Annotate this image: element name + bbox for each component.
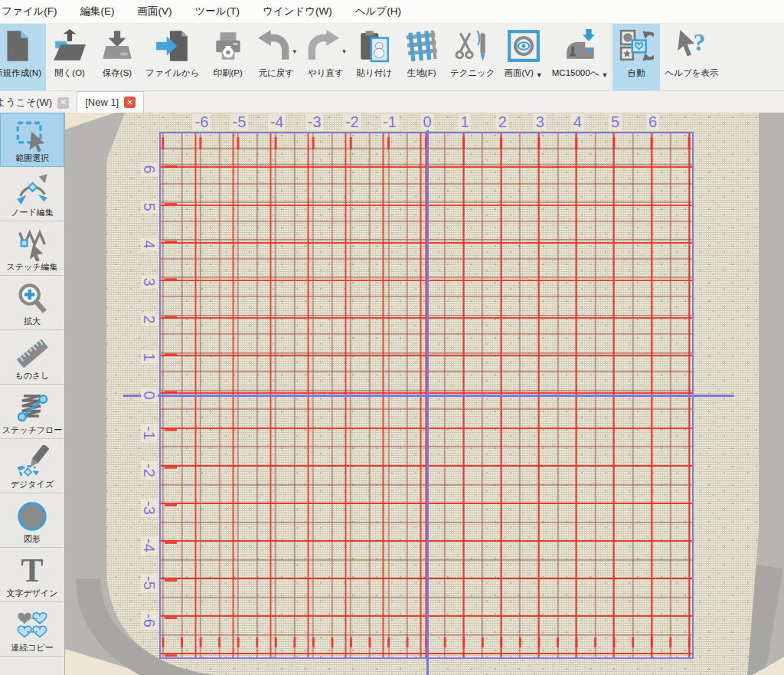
toolbar-button-label: 新規作成(N) bbox=[0, 67, 41, 79]
toolbar-button-machine[interactable]: MC15000へ ▼ bbox=[547, 24, 613, 90]
toolbar-button-label: 画面(V) ▼ bbox=[505, 67, 543, 79]
toolbar-button-label-text: ヘルプを表示 bbox=[665, 67, 718, 79]
sidebar-tool-icon bbox=[15, 391, 49, 424]
close-tab-icon[interactable]: ✕ bbox=[57, 97, 69, 109]
toolbar-button-label-text: テクニック bbox=[450, 67, 495, 79]
application-window: ファイル(F)編集(E)画面(V)ツール(T)ウインドウ(W)ヘルプ(H) 新規… bbox=[0, 0, 784, 675]
toolbar-button-icon-row: ▾ bbox=[256, 26, 297, 66]
sidebar-tool-stitch-edit[interactable]: ステッチ編集 bbox=[0, 221, 64, 276]
sidebar-tool-icon bbox=[15, 608, 49, 642]
toolbar-button-undo[interactable]: ▾ 元に戻す bbox=[252, 24, 302, 90]
dropdown-arrow-icon[interactable]: ▼ bbox=[601, 71, 608, 79]
tab-label: [New 1] bbox=[85, 97, 119, 108]
sidebar-tool-repeat-copy[interactable]: 連続コピー bbox=[0, 602, 64, 657]
toolbar-button-save[interactable]: 保存(S) bbox=[93, 24, 141, 90]
toolbar-button-label-text: やり直す bbox=[308, 67, 344, 79]
toolbar-button-help[interactable]: ? ヘルプを表示 bbox=[660, 24, 723, 90]
toolbar-button-label: 保存(S) bbox=[103, 67, 132, 79]
toolbar-button-redo[interactable]: ▾ やり直す bbox=[301, 24, 351, 90]
menu-item[interactable]: 編集(E) bbox=[69, 0, 126, 23]
toolbar-button-open-folder[interactable]: 開く(O) bbox=[46, 24, 93, 90]
tool-sidebar: 範囲選択 ノード編集 ステッチ編集 拡大 ものさし ステッチフロー デジタイズ bbox=[0, 113, 65, 675]
sidebar-tool-zoom-in[interactable]: 拡大 bbox=[0, 276, 64, 330]
toolbar-button-label-text: 元に戻す bbox=[259, 67, 295, 79]
close-tab-icon[interactable]: ✕ bbox=[124, 97, 136, 108]
toolbar-button-label: 印刷(P) bbox=[213, 67, 242, 79]
toolbar-button-technique[interactable]: テクニック bbox=[446, 24, 500, 90]
toolbar-button-label: 元に戻す bbox=[259, 67, 295, 79]
toolbar-button-print[interactable]: 印刷(P) bbox=[204, 24, 252, 90]
sidebar-tool-label: 拡大 bbox=[24, 316, 41, 327]
toolbar-button-label-text: 自動 bbox=[628, 67, 645, 79]
menu-bar: ファイル(F)編集(E)画面(V)ツール(T)ウインドウ(W)ヘルプ(H) bbox=[0, 0, 784, 24]
toolbar-button-icon-row: ▾ bbox=[305, 26, 346, 66]
sidebar-tool-label: デジタイズ bbox=[11, 479, 54, 490]
toolbar-button-view[interactable]: 画面(V) ▼ bbox=[500, 24, 547, 90]
design-canvas[interactable]: -6-5-4-3-2-101234566543210-1-2-3-4-5-6 bbox=[65, 113, 784, 675]
toolbar-button-icon-row bbox=[155, 26, 190, 66]
toolbar-button-icon-row bbox=[619, 26, 654, 66]
toolbar-button-auto[interactable]: 自動 bbox=[612, 24, 660, 90]
toolbar-button-icon-row bbox=[0, 26, 35, 66]
sidebar-tool-label: 範囲選択 bbox=[15, 152, 49, 164]
toolbar-button-icon-row bbox=[211, 26, 246, 66]
tab-label: ようこそ(W) bbox=[0, 96, 52, 110]
toolbar-button-icon-row bbox=[357, 26, 392, 66]
main-area: 範囲選択 ノード編集 ステッチ編集 拡大 ものさし ステッチフロー デジタイズ bbox=[0, 113, 784, 675]
sidebar-tool-icon bbox=[15, 336, 49, 370]
sidebar-tool-label: 連続コピー bbox=[11, 642, 54, 654]
sidebar-tool-label: 文字デザイン bbox=[6, 588, 57, 599]
sidebar-tool-icon bbox=[15, 228, 49, 261]
menu-item[interactable]: 画面(V) bbox=[126, 0, 184, 23]
sidebar-tool-node-edit[interactable]: ノード編集 bbox=[0, 167, 64, 221]
sidebar-tool-range-select[interactable]: 範囲選択 bbox=[0, 113, 64, 167]
dropdown-arrow-icon[interactable]: ▼ bbox=[536, 71, 543, 79]
toolbar-button-label: ヘルプを表示 bbox=[665, 67, 718, 79]
toolbar-button-label-text: 開く(O) bbox=[54, 67, 85, 79]
toolbar-button-icon bbox=[619, 28, 654, 64]
toolbar-button-label: テクニック bbox=[450, 67, 495, 79]
toolbar-button-label: やり直す bbox=[308, 67, 344, 79]
toolbar-button-icon-row bbox=[563, 26, 598, 66]
toolbar-button-icon bbox=[455, 28, 490, 64]
toolbar-button-icon-row bbox=[52, 26, 87, 66]
vertical-axis-line bbox=[426, 116, 429, 675]
sidebar-tool-label: 図形 bbox=[24, 533, 41, 545]
toolbar-button-icon bbox=[256, 28, 292, 64]
toolbar-button-label-text: MC15000へ bbox=[552, 67, 599, 79]
toolbar-button-label: 開く(O) bbox=[54, 67, 85, 79]
toolbar-button-paste[interactable]: 貼り付け bbox=[351, 24, 398, 90]
sidebar-tool-icon bbox=[15, 282, 49, 316]
toolbar-button-icon-row: ? bbox=[674, 26, 709, 66]
toolbar-button-fabric[interactable]: 生地(F) bbox=[398, 24, 446, 90]
toolbar-button-icon bbox=[404, 28, 439, 64]
sidebar-tool-icon bbox=[15, 119, 49, 152]
menu-item[interactable]: ヘルプ(H) bbox=[344, 0, 413, 23]
svg-text:T: T bbox=[21, 554, 43, 588]
sidebar-tool-shape[interactable]: 図形 bbox=[0, 493, 64, 548]
sidebar-tool-icon bbox=[15, 173, 49, 207]
dropdown-arrow-icon[interactable]: ▾ bbox=[293, 48, 297, 55]
sidebar-tool-digitize[interactable]: デジタイズ bbox=[0, 439, 64, 493]
toolbar-button-label-text: 印刷(P) bbox=[213, 67, 242, 79]
toolbar-button-insert-file[interactable]: ファイルから bbox=[141, 24, 204, 90]
dropdown-arrow-icon[interactable]: ▾ bbox=[342, 48, 346, 55]
toolbar-button-new-file[interactable]: 新規作成(N) bbox=[0, 24, 46, 90]
sidebar-tool-icon bbox=[15, 445, 49, 479]
toolbar-button-label: 自動 bbox=[628, 67, 645, 79]
tab-welcome[interactable]: ようこそ(W) ✕ bbox=[0, 93, 77, 113]
sidebar-tool-ruler[interactable]: ものさし bbox=[0, 330, 64, 385]
toolbar-button-label: 生地(F) bbox=[407, 67, 436, 79]
toolbar-button-label-text: 画面(V) bbox=[505, 67, 534, 79]
toolbar-button-label: 貼り付け bbox=[356, 67, 392, 79]
menu-item[interactable]: ファイル(F) bbox=[0, 0, 69, 23]
toolbar-button-icon bbox=[506, 28, 541, 64]
toolbar-button-icon bbox=[155, 28, 190, 64]
menu-item[interactable]: ツール(T) bbox=[184, 0, 251, 23]
sidebar-tool-stitch-flow[interactable]: ステッチフロー bbox=[0, 385, 64, 439]
toolbar-button-icon-row bbox=[404, 26, 439, 66]
menu-item[interactable]: ウインドウ(W) bbox=[251, 0, 344, 23]
sidebar-tool-text[interactable]: T 文字デザイン bbox=[0, 548, 64, 602]
sidebar-tool-label: ステッチフロー bbox=[2, 424, 63, 436]
tab-new-1[interactable]: [New 1] ✕ bbox=[77, 91, 144, 113]
